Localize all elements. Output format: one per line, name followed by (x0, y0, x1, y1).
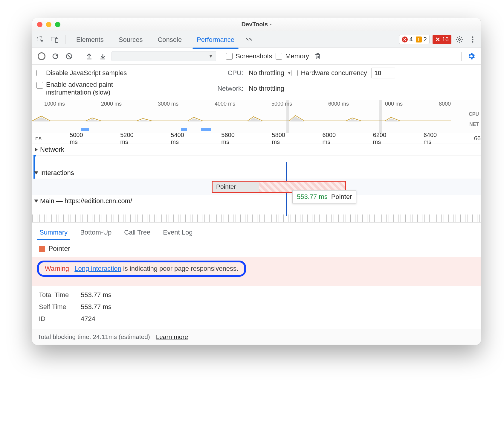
tab-bottom-up[interactable]: Bottom-Up (78, 226, 113, 239)
tick: 6000 ms (323, 132, 345, 145)
separator (65, 35, 65, 44)
cpu-value: No throttling (249, 69, 284, 77)
warning-label: Warning (45, 265, 69, 272)
separator (79, 52, 79, 61)
device-toggle-icon[interactable] (50, 34, 60, 45)
tab-sources[interactable]: Sources (113, 32, 148, 47)
warning-callout: Warning Long interaction is indicating p… (37, 261, 246, 277)
id-key: ID (39, 315, 81, 323)
flamechart-tracks: Network Interactions Pointer 553.77 ms P… (32, 144, 481, 222)
devtools-window: DevTools - Elements Sources Console Perf… (32, 18, 481, 345)
settings-icon[interactable] (454, 34, 465, 45)
track-network[interactable]: Network (32, 144, 481, 155)
network-label: Network: (207, 85, 249, 92)
tick: ns (35, 135, 42, 142)
id-value: 4724 (81, 315, 95, 323)
titlebar: DevTools - (32, 18, 481, 31)
reload-record-button[interactable] (50, 51, 60, 61)
cpu-throttle-select[interactable]: No throttling▼ (249, 69, 291, 77)
recording-selector[interactable]: ▼ (112, 51, 216, 61)
svg-point-6 (472, 41, 474, 42)
overview-ticks: 1000 ms 2000 ms 3000 ms 4000 ms 5000 ms … (32, 101, 463, 107)
main-lane[interactable] (32, 207, 481, 222)
paint-instrumentation-checkbox[interactable]: Enable advanced paint instrumentation (s… (36, 81, 207, 96)
hw-concurrency-input[interactable] (371, 68, 395, 78)
tab-summary[interactable]: Summary (38, 226, 69, 239)
disable-js-checkbox[interactable]: Disable JavaScript samples (36, 69, 207, 77)
tab-console[interactable]: Console (152, 32, 187, 47)
tick: 2000 ms (101, 101, 122, 107)
summary-panel: Pointer Warning Long interaction is indi… (32, 239, 481, 329)
hw-concurrency-checkbox[interactable]: Hardware concurrency (291, 69, 367, 77)
tick: 5400 ms (171, 132, 193, 145)
svg-point-3 (459, 38, 461, 40)
upload-icon[interactable] (84, 51, 94, 61)
overview-right-labels: CPU NET (469, 109, 479, 130)
cpu-label: CPU: (207, 69, 249, 77)
clear-button[interactable] (64, 51, 74, 61)
tick: 5200 ms (120, 132, 143, 145)
total-time-key: Total Time (39, 291, 81, 299)
warning-tail: is indicating poor page responsiveness. (121, 265, 238, 272)
detail-ruler[interactable]: ns 5000 ms 5200 ms 5400 ms 5600 ms 5800 … (32, 133, 481, 144)
overview-timeline[interactable]: 1000 ms 2000 ms 3000 ms 4000 ms 5000 ms … (32, 100, 481, 133)
tick: 5000 ms (70, 132, 92, 145)
tick: 8000 (439, 101, 451, 107)
perf-options: Disable JavaScript samples CPU: No throt… (32, 65, 481, 100)
net-label: NET (469, 119, 479, 130)
total-time-value: 553.77 ms (81, 291, 112, 299)
chevron-down-icon: ▼ (209, 54, 213, 59)
tick: 4000 ms (215, 101, 235, 107)
track-interactions[interactable]: Interactions (32, 167, 481, 179)
memory-checkbox[interactable]: Memory (276, 52, 309, 60)
perf-toolbar: ▼ Screenshots Memory (32, 48, 481, 65)
footer-bar: Total blocking time: 24.11ms (estimated)… (32, 329, 481, 345)
cpu-label: CPU (469, 109, 479, 119)
svg-point-4 (472, 36, 474, 38)
brush-handle-right[interactable] (379, 100, 382, 133)
interactions-lane[interactable]: Pointer 553.77 ms Pointer (32, 179, 481, 195)
chevron-down-icon: ▼ (287, 71, 291, 75)
learn-more-link[interactable]: Learn more (156, 333, 188, 340)
tab-performance[interactable]: Performance (191, 32, 240, 47)
tab-elements[interactable]: Elements (71, 32, 109, 47)
devtools-tabstrip: Elements Sources Console Performance ✕4 … (32, 31, 481, 48)
disclosure-icon (35, 147, 38, 152)
brush-handle-left[interactable] (286, 100, 289, 133)
record-button[interactable] (36, 51, 47, 61)
separator (461, 52, 462, 61)
tbt-text: Total blocking time: 24.11ms (estimated) (38, 333, 150, 340)
event-name: Pointer (48, 245, 70, 253)
tab-event-log[interactable]: Event Log (161, 226, 194, 239)
tick: 3000 ms (158, 101, 178, 107)
hw-concurrency-label: Hardware concurrency (301, 69, 367, 77)
tab-call-tree[interactable]: Call Tree (122, 226, 152, 239)
download-icon[interactable] (98, 51, 108, 61)
capture-settings-icon[interactable] (466, 51, 476, 61)
kebab-icon[interactable] (468, 34, 478, 45)
tick: 5600 ms (221, 132, 244, 145)
tick: 6400 ms (424, 132, 446, 145)
extra-count: 16 (442, 36, 449, 43)
warning-row: Warning Long interaction is indicating p… (32, 257, 481, 286)
disable-js-label: Disable JavaScript samples (46, 69, 127, 77)
track-main[interactable]: Main — https://edition.cnn.com/ (32, 195, 481, 207)
network-value: No throttling (249, 85, 284, 92)
track-label: Main — https://edition.cnn.com/ (40, 197, 132, 205)
warning-icon: ! (416, 36, 422, 42)
more-tabs-icon[interactable] (244, 34, 254, 45)
track-bracket (33, 155, 36, 180)
extension-badge[interactable]: ✕16 (433, 35, 451, 44)
track-label: Interactions (40, 169, 74, 177)
trash-icon[interactable] (313, 51, 323, 61)
tooltip-duration: 553.77 ms (297, 193, 328, 201)
tick: 000 ms (385, 101, 403, 107)
tick: 5800 ms (272, 132, 294, 145)
issues-badge[interactable]: ✕4 !2 (399, 35, 430, 44)
long-interaction-link[interactable]: Long interaction (74, 265, 121, 272)
details-tabstrip: Summary Bottom-Up Call Tree Event Log (32, 222, 481, 239)
network-throttle-select[interactable]: No throttling (249, 85, 291, 92)
screenshots-checkbox[interactable]: Screenshots (226, 52, 272, 60)
inspect-icon[interactable] (35, 34, 45, 45)
error-icon: ✕ (402, 36, 408, 42)
